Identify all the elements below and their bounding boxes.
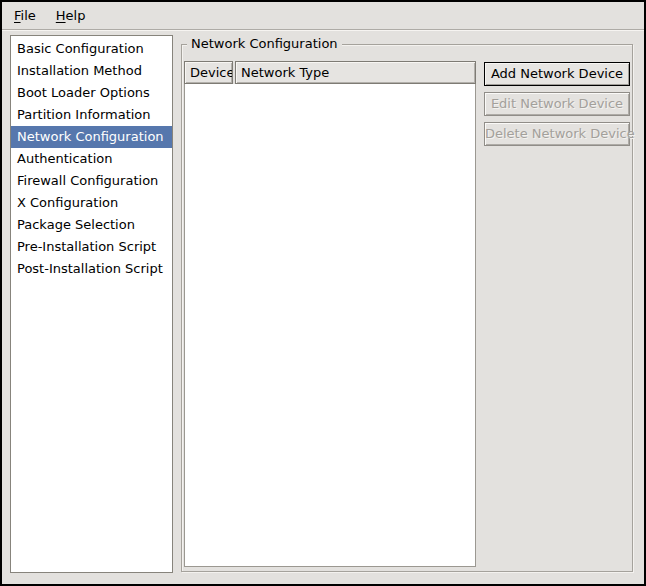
menu-item-help[interactable]: Help (46, 5, 96, 26)
column-header-device[interactable]: Device (184, 61, 233, 84)
sidebar-item-post-installation-script[interactable]: Post-Installation Script (11, 258, 172, 280)
menu-item-file[interactable]: File (4, 5, 46, 26)
sidebar-item-basic-configuration[interactable]: Basic Configuration (11, 38, 172, 60)
application-window: FileHelp Basic ConfigurationInstallation… (0, 0, 646, 586)
panel-title: Network Configuration (187, 36, 342, 52)
sidebar-item-installation-method[interactable]: Installation Method (11, 60, 172, 82)
sidebar-item-network-configuration[interactable]: Network Configuration (11, 126, 172, 148)
edit-network-device-button[interactable]: Edit Network Device (484, 92, 630, 116)
add-network-device-button[interactable]: Add Network Device (484, 62, 630, 86)
column-header-network-type[interactable]: Network Type (235, 61, 476, 84)
sidebar-item-firewall-configuration[interactable]: Firewall Configuration (11, 170, 172, 192)
sidebar-item-package-selection[interactable]: Package Selection (11, 214, 172, 236)
sidebar-item-x-configuration[interactable]: X Configuration (11, 192, 172, 214)
sidebar-item-pre-installation-script[interactable]: Pre-Installation Script (11, 236, 172, 258)
sidebar-item-boot-loader-options[interactable]: Boot Loader Options (11, 82, 172, 104)
delete-network-device-button[interactable]: Delete Network Device (484, 122, 630, 146)
network-device-list[interactable] (184, 84, 476, 567)
menubar: FileHelp (2, 2, 646, 30)
sidebar-item-partition-information[interactable]: Partition Information (11, 104, 172, 126)
sidebar-section-list: Basic ConfigurationInstallation MethodBo… (10, 35, 173, 573)
sidebar-item-authentication[interactable]: Authentication (11, 148, 172, 170)
